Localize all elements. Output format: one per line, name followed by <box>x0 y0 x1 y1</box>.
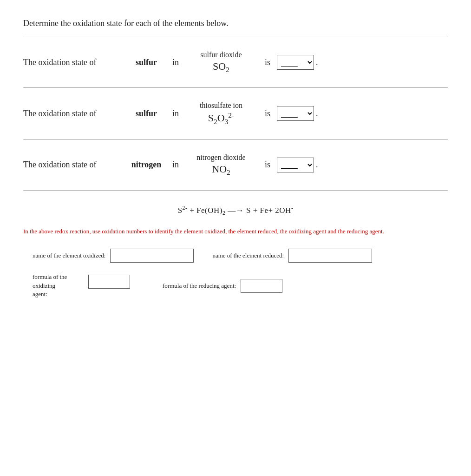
q1-is: is <box>258 58 277 67</box>
q1-compound: sulfur dioxide SO2 <box>184 50 258 74</box>
element-reduced-group: name of the element reduced: <box>212 249 372 263</box>
fields-row-1: name of the element oxidized: name of th… <box>33 249 448 263</box>
q1-select-wrapper: ____ +6 +4 +2 0 -2 . <box>277 55 318 70</box>
divider-3 <box>23 190 448 191</box>
oxidizing-agent-input[interactable] <box>88 275 130 289</box>
q1-in: in <box>167 58 184 67</box>
oxidizing-agent-label: formula of the oxidizing agent: <box>33 273 84 298</box>
q3-is: is <box>258 160 277 170</box>
q1-dot: . <box>316 58 318 67</box>
q3-compound-formula: NO2 <box>212 163 230 177</box>
reducing-agent-input[interactable] <box>241 279 282 293</box>
q3-compound-name: nitrogen dioxide <box>196 153 245 163</box>
q2-compound: thiosulfate ion S2O32- <box>184 101 258 126</box>
q3-in: in <box>167 160 184 170</box>
q1-prefix: The oxidation state of <box>23 58 125 67</box>
q2-select[interactable]: ____ +6 +4 +2 +1 0 -1 -2 <box>277 106 314 121</box>
q1-compound-name: sulfur dioxide <box>200 50 242 60</box>
q1-element: sulfur <box>125 58 167 67</box>
q3-prefix: The oxidation state of <box>23 160 125 170</box>
q3-dot: . <box>316 160 318 170</box>
element-oxidized-label: name of the element oxidized: <box>33 252 105 259</box>
reducing-agent-label: formula of the reducing agent: <box>163 282 236 290</box>
q2-prefix: The oxidation state of <box>23 109 125 119</box>
q2-compound-name: thiosulfate ion <box>200 101 242 111</box>
element-reduced-label: name of the element reduced: <box>212 252 284 259</box>
question-row-3: The oxidation state of nitrogen in nitro… <box>23 140 448 190</box>
question-row-2: The oxidation state of sulfur in thiosul… <box>23 88 448 139</box>
q2-compound-formula: S2O32- <box>208 111 234 126</box>
q3-element: nitrogen <box>125 160 167 170</box>
main-instruction: Determine the oxidation state for each o… <box>23 19 448 28</box>
reducing-agent-group: formula of the reducing agent: <box>163 279 282 293</box>
element-reduced-input[interactable] <box>288 249 372 263</box>
fields-grid: name of the element oxidized: name of th… <box>23 249 448 298</box>
q2-is: is <box>258 109 277 119</box>
q2-element: sulfur <box>125 109 167 119</box>
q1-compound-formula: SO2 <box>213 60 229 74</box>
element-oxidized-group: name of the element oxidized: <box>33 249 194 263</box>
oxidizing-agent-group: formula of the oxidizing agent: <box>33 273 130 298</box>
question-row-1: The oxidation state of sulfur in sulfur … <box>23 37 448 87</box>
reaction-equation: S2- + Fe(OH)2 ―→ S + Fe+ 2OH- <box>23 205 448 217</box>
q3-select[interactable]: ____ +5 +4 +3 +2 +1 0 -1 -2 -3 <box>277 158 314 172</box>
q3-compound: nitrogen dioxide NO2 <box>184 153 258 177</box>
q2-dot: . <box>316 109 318 119</box>
q2-select-wrapper: ____ +6 +4 +2 +1 0 -1 -2 . <box>277 106 318 121</box>
q1-select[interactable]: ____ +6 +4 +2 0 -2 <box>277 55 314 70</box>
reaction-section: S2- + Fe(OH)2 ―→ S + Fe+ 2OH- In the abo… <box>23 205 448 303</box>
q3-select-wrapper: ____ +5 +4 +3 +2 +1 0 -1 -2 -3 . <box>277 158 318 172</box>
fields-row-2: formula of the oxidizing agent: formula … <box>33 273 448 298</box>
q2-in: in <box>167 109 184 119</box>
element-oxidized-input[interactable] <box>110 249 194 263</box>
reaction-description: In the above redox reaction, use oxidati… <box>23 227 448 236</box>
